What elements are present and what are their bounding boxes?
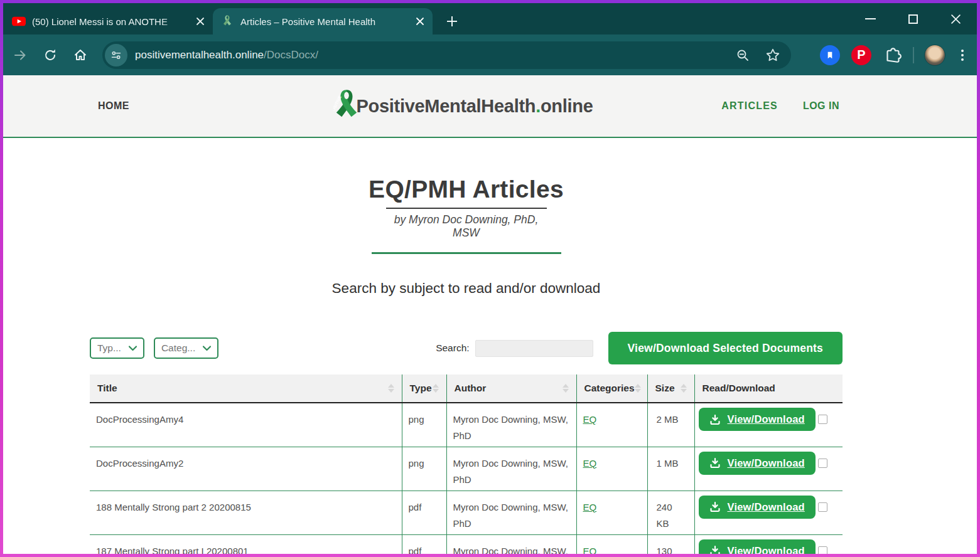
sort-icon [388,384,394,393]
category-link[interactable]: EQ [583,546,597,554]
sort-icon [681,384,687,393]
view-download-button[interactable]: View/Download [699,408,816,431]
cell-type: pdf [402,491,446,534]
cell-type: png [402,447,446,491]
bookmark-star-icon[interactable] [763,46,782,65]
url-path: /DocsDocx/ [264,49,318,61]
address-bar[interactable]: positivementalhealth.online/DocsDocx/ [102,41,791,69]
cell-title: DocProcessingAmy4 [90,403,402,447]
table-row: 188 Mentally Strong part 2 20200815 pdf … [90,491,843,534]
view-download-button[interactable]: View/Download [699,452,816,475]
page-byline: by Myron Doc Downing, PhD, MSW [394,213,539,239]
tab-title: (50) Lionel Messi is on ANOTHE [32,16,189,27]
extensions-puzzle-icon[interactable] [883,45,903,65]
maximize-icon [908,14,918,24]
new-tab-button[interactable] [443,12,461,31]
awareness-ribbon-logo: POSITIVE [333,87,359,125]
cell-type: png [402,403,446,447]
nav-login-link[interactable]: LOG IN [803,100,839,112]
select-document-checkbox[interactable] [818,415,827,424]
cell-size: 130 KB [647,534,694,554]
bulk-download-button[interactable]: View/Download Selected Documents [608,332,843,364]
type-filter-select[interactable]: Typ... [90,337,144,359]
select-document-checkbox[interactable] [818,546,827,554]
select-document-checkbox[interactable] [818,502,827,512]
column-header-title[interactable]: Title [90,374,402,403]
download-icon [709,501,721,512]
forward-icon[interactable] [9,45,31,66]
menu-kebab-icon[interactable] [954,46,971,65]
close-tab-icon[interactable] [194,15,207,28]
column-header-type[interactable]: Type [402,374,446,403]
category-link[interactable]: EQ [583,414,597,425]
browser-toolbar: positivementalhealth.online/DocsDocx/ P [3,34,977,75]
table-row: DocProcessingAmy2 png Myron Doc Downing,… [90,447,843,491]
category-filter-value: Categ... [161,342,195,354]
table-row: DocProcessingAmy4 png Myron Doc Downing,… [90,403,843,447]
table-row: 187 Mentally Strong part I 20200801 pdf … [90,534,843,554]
category-filter-select[interactable]: Categ... [154,337,218,359]
nav-articles-link[interactable]: ARTICLES [721,100,778,112]
page-tagline: Search by subject to read and/or downloa… [90,280,843,297]
select-document-checkbox[interactable] [818,459,827,468]
column-header-read-download: Read/Download [694,374,843,403]
browser-tab-youtube[interactable]: (50) Lionel Messi is on ANOTHE [4,8,213,34]
table-header-row: Title Type Author Categories Size Read/D… [90,374,843,403]
view-download-button[interactable]: View/Download [699,496,816,519]
category-link[interactable]: EQ [583,458,597,469]
minimize-button[interactable] [849,3,891,34]
sort-icon [635,384,641,393]
byline-divider: by Myron Doc Downing, PhD, MSW [386,208,547,240]
site-logo[interactable]: POSITIVE PositiveMentalHealth.online [333,87,593,125]
download-icon [709,545,721,554]
url-text[interactable]: positivementalhealth.online/DocsDocx/ [135,49,318,61]
browser-tab-articles[interactable]: Articles – Positive Mental Health [213,8,433,34]
download-icon [709,457,721,469]
browser-window: (50) Lionel Messi is on ANOTHE Articles … [3,3,977,554]
nav-home-link[interactable]: HOME [87,100,129,112]
bookmark-extension-icon[interactable] [820,45,840,65]
site-header: HOME POSITIVE PositiveMentalHealth.onlin… [3,75,977,138]
site-info-icon[interactable] [105,44,127,66]
reload-icon[interactable] [40,45,61,66]
sort-icon [433,384,439,393]
cell-type: pdf [402,534,446,554]
cell-author: Myron Doc Downing, MSW, PhD [446,491,576,534]
search-input[interactable] [475,340,593,357]
home-icon[interactable] [70,45,91,66]
articles-table: Title Type Author Categories Size Read/D… [90,374,843,554]
youtube-icon [12,14,26,28]
url-domain: positivementalhealth.online [135,49,264,61]
zoom-out-icon[interactable] [733,46,752,65]
chevron-down-icon [203,346,211,351]
cell-title: DocProcessingAmy2 [90,447,402,491]
chevron-down-icon [129,346,137,351]
view-download-button[interactable]: View/Download [699,539,816,554]
awareness-ribbon-icon [220,14,234,28]
cell-size: 2 MB [647,403,694,447]
toolbar-divider [913,47,914,63]
sort-icon [563,384,569,393]
web-page: HOME POSITIVE PositiveMentalHealth.onlin… [3,75,977,554]
window-controls [849,3,977,34]
cell-author: Myron Doc Downing, MSW, PhD [446,534,576,554]
page-title: EQ/PMH Articles [90,176,843,203]
minimize-icon [865,18,876,19]
cell-title: 187 Mentally Strong part I 20200801 [90,534,402,554]
cell-title: 188 Mentally Strong part 2 20200815 [90,491,402,534]
extension-area: P [809,45,971,66]
close-button[interactable] [934,3,977,34]
maximize-button[interactable] [891,3,934,34]
plus-icon [447,16,457,26]
column-header-size[interactable]: Size [647,374,694,403]
cell-author: Myron Doc Downing, MSW, PhD [446,403,576,447]
close-icon [950,14,961,24]
pinterest-extension-icon[interactable]: P [851,45,871,65]
column-header-author[interactable]: Author [446,374,576,403]
profile-avatar[interactable] [924,45,945,66]
column-header-categories[interactable]: Categories [576,374,647,403]
category-link[interactable]: EQ [583,502,597,512]
filter-controls: Typ... Categ... Search: View/Download Se… [90,332,843,364]
cell-size: 1 MB [647,447,694,491]
close-tab-icon[interactable] [414,15,426,28]
